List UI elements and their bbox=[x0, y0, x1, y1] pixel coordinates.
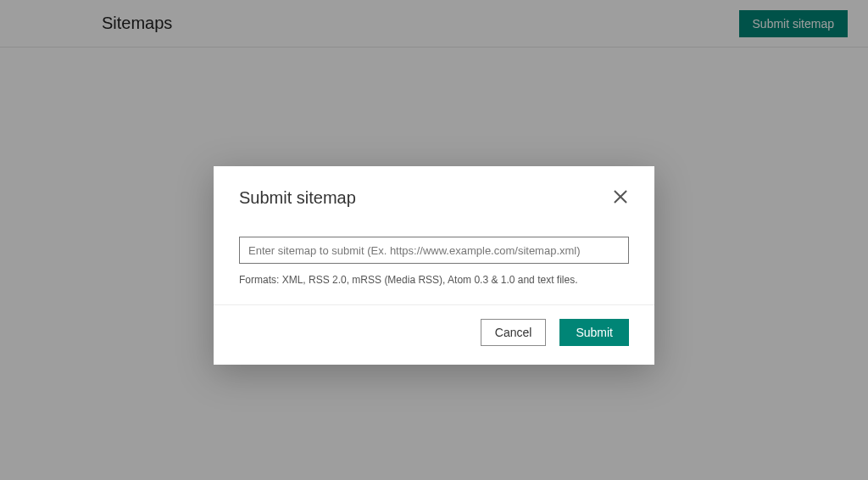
page: Sitemaps Submit sitemap Sitemaps Please bbox=[0, 0, 868, 480]
modal-title: Submit sitemap bbox=[239, 188, 356, 208]
modal-header: Submit sitemap bbox=[239, 188, 629, 208]
cancel-button[interactable]: Cancel bbox=[481, 319, 547, 346]
format-hint: Formats: XML, RSS 2.0, mRSS (Media RSS),… bbox=[239, 274, 629, 286]
submit-sitemap-modal: Submit sitemap Formats: XML, RSS 2.0, mR… bbox=[214, 166, 654, 365]
modal-footer: Cancel Submit bbox=[214, 304, 654, 365]
submit-button[interactable]: Submit bbox=[559, 319, 629, 346]
close-icon[interactable] bbox=[612, 188, 629, 205]
sitemap-url-input[interactable] bbox=[239, 237, 629, 264]
modal-overlay[interactable]: Submit sitemap Formats: XML, RSS 2.0, mR… bbox=[0, 0, 868, 480]
modal-body: Submit sitemap Formats: XML, RSS 2.0, mR… bbox=[214, 166, 654, 304]
